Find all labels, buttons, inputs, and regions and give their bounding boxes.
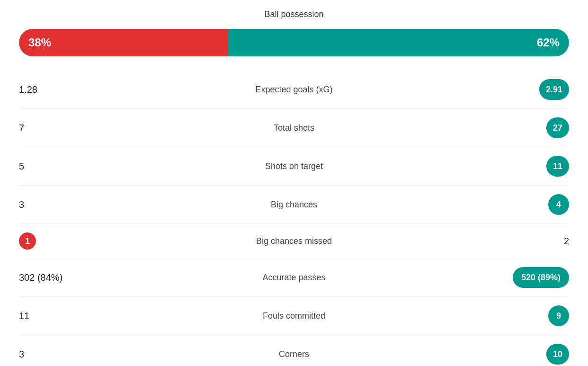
stat-label: Fouls committed	[114, 311, 474, 321]
stat-right-value: 2	[474, 236, 569, 247]
stat-label: Big chances	[114, 200, 474, 210]
stats-table: 1.28Expected goals (xG) 2.91 7Total shot…	[19, 71, 569, 366]
teal-badge: 2.91	[539, 79, 569, 100]
possession-left: 38%	[19, 29, 228, 56]
teal-badge-wide: 520 (89%)	[513, 267, 569, 288]
stat-row: 7Total shots 27	[19, 109, 569, 147]
stat-left-value: 11	[19, 311, 114, 321]
stat-row: 1.28Expected goals (xG) 2.91	[19, 71, 569, 109]
stat-left-value: 1	[19, 232, 114, 250]
possession-right: 62%	[228, 29, 569, 56]
possession-bar: 38% 62%	[19, 29, 569, 56]
stat-label: Corners	[114, 349, 474, 359]
stat-right-value: 520 (89%)	[474, 267, 569, 288]
possession-left-value: 38%	[28, 36, 51, 49]
teal-badge: 4	[548, 194, 569, 215]
stat-row: 11Fouls committed 9	[19, 297, 569, 335]
stat-label: Expected goals (xG)	[114, 85, 474, 95]
teal-badge: 27	[546, 117, 569, 138]
stat-right-value: 9	[474, 305, 569, 326]
stat-left-value: 3	[19, 199, 114, 210]
stat-label: Big chances missed	[114, 236, 474, 246]
teal-badge: 11	[546, 156, 569, 177]
stat-row: 1 Big chances missed2	[19, 224, 569, 259]
red-badge: 1	[19, 232, 36, 250]
stat-right-value: 4	[474, 194, 569, 215]
stat-right-value: 11	[474, 156, 569, 177]
stat-left-value: 3	[19, 349, 114, 360]
possession-right-value: 62%	[537, 36, 560, 49]
stat-row: 302 (84%)Accurate passes 520 (89%)	[19, 259, 569, 297]
stat-left-value: 7	[19, 123, 114, 134]
stat-left-value: 302 (84%)	[19, 272, 114, 283]
stat-right-value: 27	[474, 117, 569, 138]
stat-left-value: 1.28	[19, 84, 114, 95]
stat-row: 5Shots on target 11	[19, 147, 569, 186]
teal-badge: 10	[546, 344, 569, 365]
stat-label: Shots on target	[114, 161, 474, 171]
teal-badge: 9	[548, 305, 569, 326]
stat-right-value: 2.91	[474, 79, 569, 100]
stat-row: 3Big chances 4	[19, 186, 569, 224]
stat-label: Total shots	[114, 123, 474, 133]
page-title: Ball possession	[19, 9, 569, 19]
stat-row: 3Corners 10	[19, 335, 569, 366]
stat-left-value: 5	[19, 161, 114, 172]
stat-label: Accurate passes	[114, 273, 474, 283]
stat-right-value: 10	[474, 344, 569, 365]
